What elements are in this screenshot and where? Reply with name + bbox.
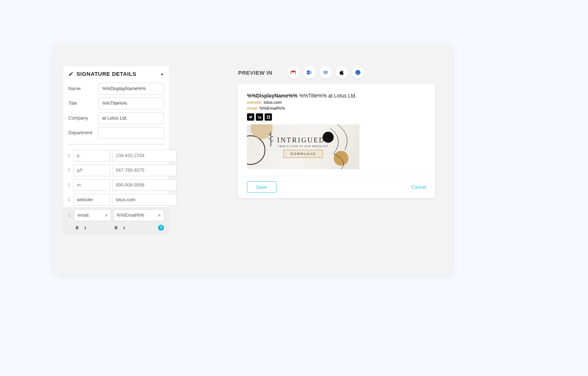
email-key: email: (247, 106, 258, 110)
signature-body: %%DisplayName%% %%Title%% at Lotus Ltd. … (238, 84, 435, 176)
preview-actions: Save Cancel (238, 176, 435, 198)
panel-header[interactable]: SIGNATURE DETAILS ▲ (63, 66, 169, 81)
svg-text:O: O (308, 71, 309, 74)
other-social-icon[interactable] (265, 113, 272, 121)
gmail-icon[interactable] (287, 66, 300, 79)
contact-row-email: ⇕ email: ✕ %%Email%% ✕ (63, 207, 169, 223)
bold-button[interactable]: B (74, 225, 80, 231)
collapse-icon[interactable]: ▲ (160, 72, 164, 76)
outlook-icon[interactable]: O (303, 66, 316, 79)
drag-handle-icon[interactable]: ⇕ (67, 167, 71, 173)
help-icon[interactable]: ? (158, 225, 164, 231)
preview-card: %%DisplayName%% %%Title%% at Lotus Ltd. … (238, 84, 435, 198)
panel-title: SIGNATURE DETAILS (76, 71, 157, 77)
field-label-name: Name (68, 86, 94, 91)
fax-label-input[interactable] (74, 164, 110, 176)
linkedin-icon[interactable] (256, 113, 263, 121)
drag-handle-icon[interactable]: ⇕ (67, 197, 71, 203)
signature-role: %%Title%% at Lotus Ltd. (299, 93, 357, 99)
banner-subtitle: TAKE A LOOK AT OUR MEDIA KIT (278, 145, 329, 148)
cancel-button[interactable]: Cancel (412, 184, 426, 190)
divider (68, 144, 164, 145)
mobile-value-input[interactable] (112, 179, 177, 191)
department-input[interactable] (98, 127, 164, 139)
field-company: Company (63, 111, 169, 125)
field-department: Department (63, 125, 169, 140)
svg-rect-1 (310, 71, 312, 74)
format-group-value: B I (113, 225, 156, 231)
website-key: website: (247, 100, 262, 104)
svg-rect-8 (267, 117, 268, 118)
svg-rect-9 (269, 117, 270, 118)
clear-icon[interactable]: ✕ (157, 213, 161, 218)
format-toolbar: B I B I ? (63, 223, 169, 234)
signature-website-line: website: lotus.com (247, 100, 426, 104)
pen-icon (68, 71, 74, 77)
signature-display-name: %%DisplayName%% (247, 93, 298, 99)
field-label-title: Title (68, 101, 94, 106)
preview-header: PREVIEW IN O (238, 66, 435, 79)
banner-title: INTRIGUED? (277, 136, 329, 144)
title-input[interactable] (98, 97, 164, 109)
bold-button[interactable]: B (113, 225, 119, 231)
drag-handle-icon[interactable]: ⇕ (67, 212, 72, 218)
svg-rect-7 (269, 116, 270, 117)
mobile-label-input[interactable] (74, 179, 110, 191)
app-shell: SIGNATURE DETAILS ▲ Name Title Company D… (54, 44, 451, 274)
mail-daemon-icon[interactable] (319, 66, 332, 79)
client-picker: O (287, 66, 364, 79)
contact-row-mobile: ⇕ (63, 178, 169, 192)
field-label-department: Department (68, 130, 94, 135)
company-input[interactable] (98, 112, 164, 124)
drag-handle-icon[interactable]: ⇕ (67, 182, 71, 188)
email-label-text: email: (78, 213, 90, 218)
italic-button[interactable]: I (121, 225, 127, 231)
format-group-label: B I (74, 225, 111, 231)
drag-handle-icon[interactable]: ⇕ (67, 153, 71, 159)
contact-row-fax: ⇕ (63, 163, 169, 178)
svg-point-4 (356, 70, 361, 75)
italic-button[interactable]: I (82, 225, 88, 231)
social-row (247, 113, 426, 121)
preview-label: PREVIEW IN (238, 70, 272, 76)
banner-lines-icon (330, 124, 359, 169)
name-input[interactable] (98, 83, 164, 95)
banner-leaf-icon (265, 132, 276, 146)
field-name: Name (63, 81, 169, 96)
signature-name-line: %%DisplayName%% %%Title%% at Lotus Ltd. (247, 93, 426, 99)
signature-details-panel: SIGNATURE DETAILS ▲ Name Title Company D… (63, 66, 169, 234)
apple-icon[interactable] (336, 66, 348, 79)
email-value-input[interactable]: %%Email%% ✕ (113, 209, 164, 221)
email-value-text: %%Email%% (116, 213, 144, 218)
field-label-company: Company (68, 116, 94, 121)
twitter-icon[interactable] (247, 113, 254, 121)
website-value: lotus.com (263, 100, 282, 104)
signature-email-line: email: %%Email%% (247, 106, 426, 110)
contact-row-website: ⇕ (63, 192, 169, 207)
website-value-input[interactable] (112, 194, 177, 206)
email-value: %%Email%% (259, 106, 285, 110)
svg-rect-6 (267, 116, 268, 117)
banner-cta-button[interactable]: DOWNLOAD (283, 150, 323, 158)
signature-banner[interactable]: INTRIGUED? TAKE A LOOK AT OUR MEDIA KIT … (247, 124, 359, 169)
banner-deco (247, 135, 265, 165)
fax-value-input[interactable] (112, 164, 177, 176)
phone-value-input[interactable] (112, 150, 177, 162)
email-label-input[interactable]: email: ✕ (74, 209, 111, 221)
field-title: Title (63, 96, 169, 111)
save-button[interactable]: Save (247, 181, 276, 193)
svg-point-5 (358, 71, 359, 72)
clear-icon[interactable]: ✕ (104, 213, 108, 218)
thunderbird-icon[interactable] (352, 66, 364, 79)
phone-label-input[interactable] (74, 150, 110, 162)
contact-row-phone: ⇕ (63, 148, 169, 163)
website-label-input[interactable] (74, 194, 110, 206)
preview-area: PREVIEW IN O (238, 66, 435, 198)
